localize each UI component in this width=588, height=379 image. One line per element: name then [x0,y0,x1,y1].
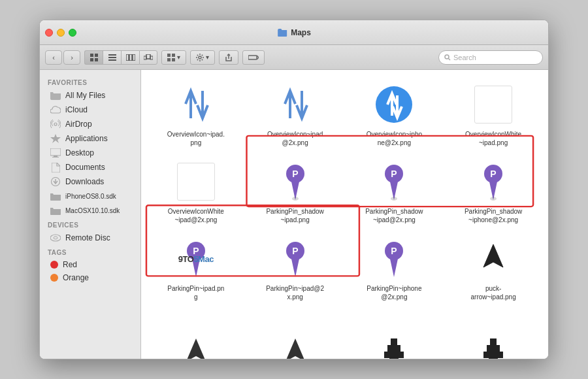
sidebar-item-iphoneos[interactable]: iPhoneOS8.0.sdk [42,189,138,203]
folder-icon [277,27,287,38]
nav-buttons: ‹ › [45,50,80,65]
sort-grid-icon [167,54,175,61]
sort-arrows-2x-icon [278,84,312,125]
share-button[interactable] [219,50,238,65]
svg-point-17 [199,56,201,59]
file-thumb [470,236,516,282]
watermark: 9TO5Mac [178,254,214,264]
file-thumb [272,82,318,127]
sidebar-item-tag-red[interactable]: Red [42,258,138,271]
tag-icon [248,54,259,61]
file-item-parking-shadow-iphone2x[interactable]: P ParkingPin_shadow~iphone@2x.png [446,155,540,227]
svg-rect-15 [167,58,171,61]
svg-point-19 [199,60,201,61]
sidebar-item-desktop[interactable]: Desktop [42,146,138,160]
close-button[interactable] [45,29,53,37]
sort-action-button[interactable]: ▾ [161,50,186,65]
svg-rect-7 [126,54,129,61]
forward-button[interactable]: › [63,50,80,65]
file-item-overview-ipad[interactable]: OverviewIcon~ipad.png [149,78,243,150]
svg-rect-3 [95,58,98,61]
svg-text:P: P [292,246,298,256]
puck-arrow-icon [477,241,510,277]
share-icon [225,54,233,61]
file-item-overview-white-ipad[interactable]: OverviewIconWhite~ipad.png [446,78,540,150]
search-icon [444,54,451,61]
remote-disc-label: Remote Disc [65,233,110,242]
sidebar-item-applications[interactable]: Applications [42,131,138,146]
all-my-files-label: All My Files [65,91,105,100]
file-item-arrow4[interactable] [446,309,540,359]
sidebar-item-icloud[interactable]: iCloud [42,103,138,117]
svg-point-28 [445,55,449,59]
tags-section-title: Tags [40,245,140,258]
view-icon-cover[interactable] [139,50,157,65]
devices-section-title: Devices [40,218,140,231]
svg-point-22 [197,54,199,56]
search-box[interactable]: Search [438,50,543,65]
svg-rect-70 [490,338,497,345]
svg-marker-63 [186,338,206,359]
minimize-button[interactable] [57,29,65,37]
file-item-arrow3[interactable] [348,309,442,359]
file-item-overview-iphone2x[interactable]: OverviewIcon~iphone@2x.png [348,78,442,150]
sidebar: Favorites All My Files iCloud [40,70,141,359]
file-item-parking-ipad[interactable]: P 9TO5Mac ParkingPin~ipad.png [149,232,243,304]
view-icon-list[interactable] [103,50,121,65]
sidebar-item-tag-orange[interactable]: Orange [42,271,138,284]
file-name: OverviewIcon~ipad.png [167,130,225,147]
svg-rect-72 [483,352,503,358]
file-item-arrow2[interactable] [248,309,342,359]
svg-rect-6 [108,59,116,61]
downloads-label: Downloads [65,177,104,186]
file-item-overview-ipad2x[interactable]: OverviewIcon~ipad@2x.png [248,78,342,150]
svg-rect-31 [50,148,61,156]
desktop-label: Desktop [65,148,94,157]
parking-pin-shadow-ipad2x-icon: P [381,162,407,201]
sidebar-item-downloads[interactable]: Downloads [42,174,138,189]
svg-point-20 [196,57,197,58]
main-content: Favorites All My Files iCloud [40,70,548,359]
svg-line-29 [449,58,451,60]
sidebar-item-airdrop[interactable]: AirDrop [42,117,138,131]
airdrop-label: AirDrop [65,120,92,129]
svg-text:P: P [292,169,298,179]
file-item-arrow1[interactable] [149,309,243,359]
file-item-parking-iphone2x[interactable]: P ParkingPin~iphone@2x.png [348,232,442,304]
file-thumb [470,330,516,359]
svg-rect-66 [387,345,400,352]
icloud-label: iCloud [65,105,88,114]
parking-pin-shadow-iphone-icon: P [480,162,506,201]
file-item-parking-ipad2x[interactable]: P ParkingPin~ipad@2x.png [248,232,342,304]
toolbar: ‹ › [40,45,548,70]
file-name: OverviewIconWhite~ipad@2x.png [168,207,224,224]
desktop-icon [50,148,61,158]
window-title-text: Maps [291,28,311,37]
file-item-overview-white-ipad2[interactable]: OverviewIconWhite~ipad@2x.png [149,155,243,227]
macosx-folder-icon [50,205,61,216]
maximize-button[interactable] [69,29,76,37]
macosx-label: MacOSX10.10.sdk [65,207,120,214]
gear-action-button[interactable]: ▾ [190,50,215,65]
downloads-icon [50,176,61,187]
sidebar-item-macosx[interactable]: MacOSX10.10.sdk [42,203,138,218]
sort-dropdown-arrow: ▾ [177,54,180,61]
file-item-puck-arrow[interactable]: puck-arrow~ipad.png [446,232,540,304]
file-item-parking-shadow-ipad2x[interactable]: P ParkingPin_shadow~ipad@2x.png [348,155,442,227]
file-item-parking-shadow-ipad[interactable]: P ParkingPin_shadow~ipad.png [248,155,342,227]
svg-point-52 [391,197,397,201]
view-icon-grid[interactable] [84,50,103,65]
view-icon-columns[interactable] [121,50,139,65]
favorites-section-title: Favorites [40,75,140,88]
back-button[interactable]: ‹ [45,50,62,65]
arrow2-icon [279,335,312,359]
sidebar-item-documents[interactable]: Documents [42,160,138,174]
tag-button[interactable] [242,50,265,65]
cover-view-icon [144,54,153,61]
file-thumb [173,330,219,359]
sidebar-item-remote-disc[interactable]: Remote Disc [42,231,138,245]
sidebar-item-all-my-files[interactable]: All My Files [42,88,138,103]
gear-icon [196,54,204,61]
file-thumb: P [272,236,318,282]
svg-rect-2 [90,58,93,61]
